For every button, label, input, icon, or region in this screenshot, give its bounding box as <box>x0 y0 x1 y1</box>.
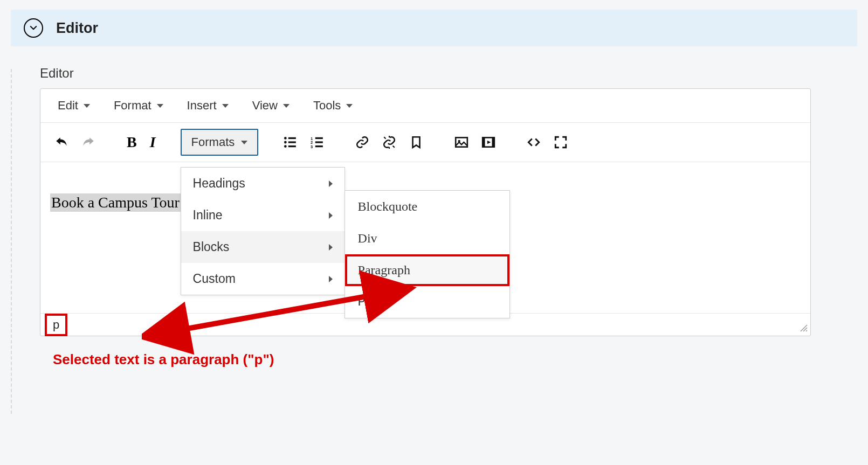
panel-title: Editor <box>56 20 98 37</box>
italic-button[interactable]: I <box>143 128 162 156</box>
caret-down-icon <box>346 104 353 108</box>
redo-button[interactable] <box>75 130 102 155</box>
element-path-p[interactable]: p <box>45 314 67 336</box>
formats-menu-headings[interactable]: Headings <box>181 168 345 199</box>
blocks-submenu-blockquote[interactable]: Blockquote <box>345 191 509 223</box>
bold-button[interactable]: B <box>120 128 143 156</box>
blocks-submenu-paragraph[interactable]: Paragraph <box>345 254 509 286</box>
caret-right-icon <box>329 181 333 187</box>
formats-menu-inline-label: Inline <box>193 208 223 223</box>
caret-down-icon <box>84 104 90 108</box>
blocks-submenu: Blockquote Div Paragraph Pre <box>345 190 510 318</box>
numbered-list-icon: 1 2 3 <box>310 135 324 149</box>
code-icon <box>527 135 541 149</box>
svg-rect-9 <box>315 141 323 143</box>
media-icon <box>481 135 495 149</box>
formats-dropdown-button[interactable]: Formats Headings Inline Blocks <box>181 129 259 156</box>
menu-edit[interactable]: Edit <box>46 94 102 117</box>
formats-menu-inline[interactable]: Inline <box>181 199 345 231</box>
blocks-submenu-div[interactable]: Div <box>345 223 509 254</box>
fullscreen-icon <box>554 135 568 149</box>
formats-menu-blocks-label: Blocks <box>193 240 230 254</box>
resize-grip-icon <box>800 324 808 332</box>
image-button[interactable] <box>448 130 475 155</box>
svg-point-2 <box>284 141 287 144</box>
italic-icon: I <box>150 134 156 151</box>
bookmark-icon <box>409 135 423 149</box>
formats-menu-blocks[interactable]: Blocks <box>181 231 345 263</box>
undo-button[interactable] <box>48 130 75 155</box>
svg-rect-16 <box>492 137 494 147</box>
caret-down-icon <box>241 141 247 144</box>
unlink-icon <box>382 135 396 149</box>
resize-handle[interactable] <box>800 324 808 335</box>
annotation-caption: Selected text is a paragraph ("p") <box>53 351 857 368</box>
source-code-button[interactable] <box>520 130 547 155</box>
selected-text[interactable]: Book a Campus Tour <box>50 193 181 212</box>
link-button[interactable] <box>349 130 376 155</box>
menubar: Edit Format Insert View Tools <box>40 89 810 123</box>
collapse-toggle[interactable] <box>24 18 43 38</box>
numbered-list-button[interactable]: 1 2 3 <box>304 130 330 155</box>
caret-down-icon <box>157 104 163 108</box>
svg-rect-1 <box>288 137 296 139</box>
menu-insert[interactable]: Insert <box>175 94 240 117</box>
menu-view-label: View <box>252 99 278 113</box>
undo-icon <box>54 135 68 149</box>
bold-icon: B <box>127 134 137 151</box>
formats-menu-custom[interactable]: Custom <box>181 263 345 295</box>
svg-point-0 <box>284 137 287 140</box>
svg-rect-11 <box>315 145 323 147</box>
blocks-submenu-pre[interactable]: Pre <box>345 286 509 318</box>
link-icon <box>355 135 369 149</box>
unlink-button[interactable] <box>376 130 403 155</box>
svg-rect-7 <box>315 137 323 139</box>
bookmark-button[interactable] <box>403 130 430 155</box>
caret-down-icon <box>283 104 290 108</box>
formats-menu-custom-label: Custom <box>193 272 236 286</box>
menu-format[interactable]: Format <box>102 94 175 117</box>
section-label: Editor <box>40 66 857 81</box>
caret-right-icon <box>329 276 333 282</box>
toolbar: B I Formats Headings Inline <box>40 123 810 162</box>
formats-menu-headings-label: Headings <box>193 176 245 191</box>
editor-panel-header[interactable]: Editor <box>11 10 857 46</box>
caret-right-icon <box>329 244 333 251</box>
menu-insert-label: Insert <box>187 99 217 113</box>
chevron-down-icon <box>29 23 38 33</box>
image-icon <box>454 135 469 149</box>
caret-right-icon <box>329 212 333 219</box>
rich-text-editor: Edit Format Insert View Tools B I Format… <box>40 88 811 336</box>
menu-tools-label: Tools <box>313 99 341 113</box>
media-button[interactable] <box>475 130 502 155</box>
formats-menu: Headings Inline Blocks Custom <box>181 167 345 295</box>
svg-point-4 <box>284 145 287 148</box>
svg-rect-5 <box>288 145 296 147</box>
menu-tools[interactable]: Tools <box>301 94 364 117</box>
menu-format-label: Format <box>114 99 151 113</box>
svg-text:3: 3 <box>311 144 313 149</box>
left-guide-line <box>11 69 12 414</box>
svg-rect-3 <box>288 141 296 143</box>
svg-rect-15 <box>483 137 485 147</box>
formats-label: Formats <box>191 135 235 149</box>
fullscreen-button[interactable] <box>547 130 574 155</box>
caret-down-icon <box>222 104 229 108</box>
bullet-list-button[interactable] <box>277 130 304 155</box>
menu-edit-label: Edit <box>58 99 78 113</box>
svg-rect-12 <box>456 137 467 147</box>
bullet-list-icon <box>283 135 297 149</box>
menu-view[interactable]: View <box>240 94 301 117</box>
redo-icon <box>81 135 95 149</box>
